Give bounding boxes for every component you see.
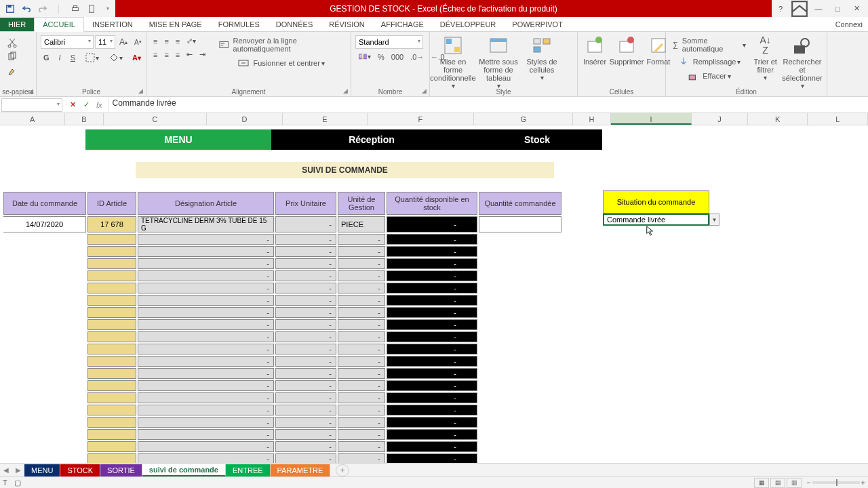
col-header-H[interactable]: H [573, 113, 610, 125]
sheet-tab-stock[interactable]: STOCK [60, 464, 100, 476]
table-row[interactable]: ---- [3, 258, 561, 269]
sheet-tab-entree[interactable]: ENTREE [226, 464, 271, 476]
font-size-combo[interactable]: 11 [95, 35, 115, 49]
grow-font-icon[interactable]: A▴ [117, 36, 130, 48]
align-middle-icon[interactable]: ≡ [161, 36, 171, 47]
undo-icon[interactable] [19, 1, 34, 16]
cell-styles-button[interactable]: Styles de cellules▾ [525, 33, 559, 83]
nav-reception-button[interactable]: Réception [271, 129, 472, 150]
view-normal-icon[interactable]: ▦ [754, 478, 769, 488]
table-row[interactable]: ---- [3, 392, 561, 403]
table-row[interactable]: ---- [3, 441, 561, 452]
table-row[interactable]: ---- [3, 246, 561, 257]
tab-nav-last-icon[interactable]: ▶ [12, 464, 24, 476]
indent-dec-icon[interactable]: ⇤ [184, 49, 195, 60]
tab-developpeur[interactable]: DÉVELOPPEUR [432, 18, 505, 31]
inc-decimal-icon[interactable]: .0→ [408, 52, 427, 62]
table-row[interactable]: ---- [3, 234, 561, 245]
col-header-C[interactable]: C [104, 113, 208, 125]
find-select-button[interactable]: Rechercher et sélectionner▾ [782, 33, 823, 91]
table-row[interactable]: ---- [3, 307, 561, 318]
macro-rec-icon[interactable]: ▢ [14, 479, 21, 487]
cancel-formula-icon[interactable]: ✕ [66, 99, 79, 111]
font-launcher-icon[interactable]: ◢ [136, 87, 144, 95]
tab-affichage[interactable]: AFFICHAGE [373, 18, 432, 31]
col-header-K[interactable]: K [748, 113, 808, 125]
name-box[interactable] [1, 98, 62, 112]
underline-icon[interactable]: S [68, 52, 78, 63]
tab-insertion[interactable]: INSERTION [84, 18, 141, 31]
indent-inc-icon[interactable]: ⇥ [197, 49, 208, 60]
number-launcher-icon[interactable]: ◢ [420, 87, 428, 95]
cell-date[interactable]: 14/07/2020 [3, 216, 86, 232]
nav-menu-button[interactable]: MENU [85, 129, 271, 150]
col-header-D[interactable]: D [207, 113, 282, 125]
col-header-B[interactable]: B [65, 113, 104, 125]
sheet-tab-sortie[interactable]: SORTIE [100, 464, 142, 476]
add-sheet-icon[interactable]: + [336, 464, 349, 476]
thousands-icon[interactable]: 000 [389, 52, 406, 62]
table-row[interactable]: ---- [3, 356, 561, 367]
tab-nav-first-icon[interactable]: ◀ [0, 464, 12, 476]
col-header-F[interactable]: F [368, 113, 474, 125]
tab-fichier[interactable]: HIER [0, 18, 34, 31]
col-header-J[interactable]: J [692, 113, 747, 125]
zoom-out-icon[interactable]: − [806, 479, 810, 487]
table-row[interactable]: 14/07/2020 17 678 TETRACYCLINE DERM 3% T… [3, 216, 561, 232]
align-right-icon[interactable]: ≡ [173, 49, 182, 60]
tab-accueil[interactable]: ACCUEIL [34, 17, 84, 32]
table-row[interactable]: ---- [3, 380, 561, 391]
sheet-tab-param[interactable]: PARAMETRE [271, 464, 331, 476]
col-header-E[interactable]: E [283, 113, 368, 125]
format-as-table-button[interactable]: Mettre sous forme de tableau▾ [475, 33, 522, 91]
table-row[interactable]: ---- [3, 368, 561, 379]
percent-icon[interactable]: % [375, 52, 387, 62]
delete-button[interactable]: Supprimer [610, 33, 643, 67]
minimize-icon[interactable]: — [810, 1, 827, 16]
fill-button[interactable]: Remplissage ▾ [670, 55, 749, 68]
formula-input[interactable]: Commande livrée [108, 98, 868, 112]
table-row[interactable]: ---- [3, 405, 561, 415]
fx-icon[interactable]: fx [94, 101, 105, 109]
align-center-icon[interactable]: ≡ [161, 49, 171, 60]
view-layout-icon[interactable]: ▤ [770, 478, 785, 488]
align-launcher-icon[interactable]: ◢ [341, 87, 349, 95]
cell-prix[interactable]: - [275, 216, 336, 232]
align-bottom-icon[interactable]: ≡ [173, 36, 182, 47]
italic-icon[interactable]: I [56, 52, 64, 63]
shrink-font-icon[interactable]: A▾ [132, 37, 144, 47]
merge-center-button[interactable]: Fusionner et centrer ▾ [216, 56, 347, 70]
qat-custom-icon[interactable]: ▾ [100, 1, 115, 16]
orientation-icon[interactable]: ⤢▾ [184, 35, 199, 47]
table-row[interactable]: ---- [3, 270, 561, 281]
tab-revision[interactable]: RÉVISION [321, 18, 373, 31]
redo-icon[interactable] [35, 1, 50, 16]
worksheet-area[interactable]: MENU Réception Stock SUIVI DE COMMANDE D… [0, 125, 868, 468]
cell-des[interactable]: TETRACYCLINE DERM 3% TUBE DE 15 G [138, 216, 274, 232]
col-header-A[interactable]: A [0, 113, 65, 125]
table-row[interactable]: ---- [3, 429, 561, 440]
col-header-G[interactable]: G [474, 113, 573, 125]
sheet-tab-menu[interactable]: MENU [24, 464, 60, 476]
number-format-combo[interactable]: Standard [355, 35, 423, 49]
connexion-link[interactable]: Connexi [830, 18, 868, 31]
align-top-icon[interactable]: ≡ [151, 36, 160, 47]
clipboard-launcher-icon[interactable]: ◢ [26, 87, 35, 95]
tab-donnees[interactable]: DONNÉES [268, 18, 321, 31]
insert-button[interactable]: Insérer [582, 33, 608, 67]
table-row[interactable]: ---- [3, 283, 561, 293]
nav-stock-button[interactable]: Stock [472, 129, 602, 150]
font-name-combo[interactable]: Calibri [41, 35, 94, 49]
ribbon-options-icon[interactable] [791, 1, 808, 16]
conditional-format-button[interactable]: Mise en forme conditionnelle▾ [434, 33, 472, 91]
table-row[interactable]: ---- [3, 331, 561, 342]
view-pagebreak-icon[interactable]: ▥ [787, 478, 802, 488]
zoom-slider[interactable] [812, 481, 860, 484]
border-icon[interactable]: ▾ [82, 51, 102, 64]
tab-formules[interactable]: FORMULES [210, 18, 268, 31]
paintbrush-icon[interactable] [4, 64, 20, 78]
bold-icon[interactable]: G [41, 52, 52, 63]
cell-ug[interactable]: PIECE [338, 216, 385, 232]
close-icon[interactable]: ✕ [848, 1, 865, 16]
clear-button[interactable]: Effacer ▾ [670, 69, 749, 83]
